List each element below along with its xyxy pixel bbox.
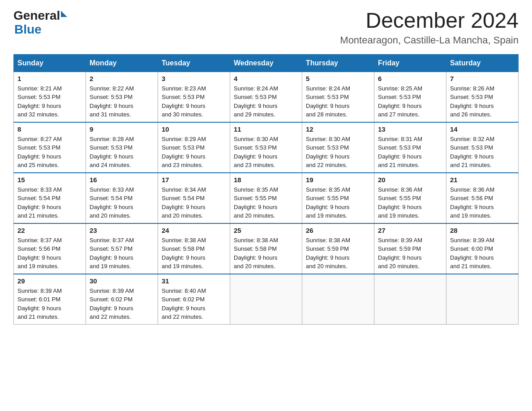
day-number: 22 — [17, 227, 82, 234]
day-number: 19 — [306, 176, 370, 184]
day-info: Sunrise: 8:31 AMSunset: 5:53 PMDaylight:… — [378, 135, 442, 170]
table-row: 14Sunrise: 8:32 AMSunset: 5:53 PMDayligh… — [446, 122, 519, 173]
day-number: 15 — [17, 176, 82, 184]
day-info: Sunrise: 8:27 AMSunset: 5:53 PMDaylight:… — [17, 135, 82, 170]
day-info: Sunrise: 8:33 AMSunset: 5:54 PMDaylight:… — [90, 185, 154, 220]
day-info: Sunrise: 8:35 AMSunset: 5:55 PMDaylight:… — [306, 185, 370, 220]
header-tuesday: Tuesday — [158, 54, 230, 72]
logo: General Blue — [13, 9, 67, 37]
day-info: Sunrise: 8:21 AMSunset: 5:53 PMDaylight:… — [17, 84, 82, 119]
day-number: 21 — [450, 176, 515, 184]
calendar-body: 1Sunrise: 8:21 AMSunset: 5:53 PMDaylight… — [14, 72, 519, 324]
header: General Blue December 2024 Montearagon, … — [13, 9, 519, 46]
calendar-week-row: 22Sunrise: 8:37 AMSunset: 5:56 PMDayligh… — [14, 223, 519, 274]
table-row: 20Sunrise: 8:36 AMSunset: 5:55 PMDayligh… — [374, 173, 446, 223]
day-number: 9 — [90, 125, 154, 133]
day-number: 31 — [162, 277, 226, 285]
day-number: 28 — [450, 227, 515, 234]
table-row — [230, 274, 302, 325]
calendar-week-row: 1Sunrise: 8:21 AMSunset: 5:53 PMDaylight… — [14, 72, 519, 122]
day-info: Sunrise: 8:36 AMSunset: 5:55 PMDaylight:… — [378, 185, 442, 220]
day-number: 30 — [90, 277, 154, 285]
day-number: 3 — [162, 75, 226, 82]
day-number: 26 — [306, 227, 370, 234]
table-row — [446, 274, 519, 325]
table-row: 31Sunrise: 8:40 AMSunset: 6:02 PMDayligh… — [158, 274, 230, 325]
calendar-week-row: 29Sunrise: 8:39 AMSunset: 6:01 PMDayligh… — [14, 274, 519, 325]
calendar-table: Sunday Monday Tuesday Wednesday Thursday… — [13, 54, 519, 325]
table-row: 4Sunrise: 8:24 AMSunset: 5:53 PMDaylight… — [230, 72, 302, 122]
table-row: 19Sunrise: 8:35 AMSunset: 5:55 PMDayligh… — [302, 173, 374, 223]
day-number: 11 — [234, 125, 298, 133]
header-monday: Monday — [86, 54, 158, 72]
table-row: 30Sunrise: 8:39 AMSunset: 6:02 PMDayligh… — [86, 274, 158, 325]
day-number: 23 — [90, 227, 154, 234]
day-number: 1 — [17, 75, 82, 82]
table-row: 24Sunrise: 8:38 AMSunset: 5:58 PMDayligh… — [158, 223, 230, 274]
day-info: Sunrise: 8:38 AMSunset: 5:58 PMDaylight:… — [162, 236, 226, 271]
day-info: Sunrise: 8:39 AMSunset: 6:00 PMDaylight:… — [450, 236, 515, 271]
table-row: 29Sunrise: 8:39 AMSunset: 6:01 PMDayligh… — [14, 274, 86, 325]
day-info: Sunrise: 8:39 AMSunset: 6:01 PMDaylight:… — [17, 287, 82, 321]
table-row — [302, 274, 374, 325]
day-number: 16 — [90, 176, 154, 184]
calendar-header: Sunday Monday Tuesday Wednesday Thursday… — [14, 54, 519, 72]
location-subtitle: Montearagon, Castille-La Mancha, Spain — [340, 34, 519, 46]
day-info: Sunrise: 8:30 AMSunset: 5:53 PMDaylight:… — [234, 135, 298, 170]
table-row: 17Sunrise: 8:34 AMSunset: 5:54 PMDayligh… — [158, 173, 230, 223]
day-number: 6 — [378, 75, 442, 82]
day-number: 18 — [234, 176, 298, 184]
day-info: Sunrise: 8:39 AMSunset: 5:59 PMDaylight:… — [378, 236, 442, 271]
day-info: Sunrise: 8:33 AMSunset: 5:54 PMDaylight:… — [17, 185, 82, 220]
day-info: Sunrise: 8:40 AMSunset: 6:02 PMDaylight:… — [162, 287, 226, 321]
table-row — [374, 274, 446, 325]
table-row: 28Sunrise: 8:39 AMSunset: 6:00 PMDayligh… — [446, 223, 519, 274]
table-row: 25Sunrise: 8:38 AMSunset: 5:58 PMDayligh… — [230, 223, 302, 274]
day-number: 7 — [450, 75, 515, 82]
table-row: 11Sunrise: 8:30 AMSunset: 5:53 PMDayligh… — [230, 122, 302, 173]
calendar-week-row: 15Sunrise: 8:33 AMSunset: 5:54 PMDayligh… — [14, 173, 519, 223]
table-row: 13Sunrise: 8:31 AMSunset: 5:53 PMDayligh… — [374, 122, 446, 173]
table-row: 26Sunrise: 8:38 AMSunset: 5:59 PMDayligh… — [302, 223, 374, 274]
day-number: 14 — [450, 125, 515, 133]
table-row: 16Sunrise: 8:33 AMSunset: 5:54 PMDayligh… — [86, 173, 158, 223]
day-number: 4 — [234, 75, 298, 82]
day-number: 29 — [17, 277, 82, 285]
day-number: 27 — [378, 227, 442, 234]
day-info: Sunrise: 8:37 AMSunset: 5:56 PMDaylight:… — [17, 236, 82, 271]
table-row: 5Sunrise: 8:24 AMSunset: 5:53 PMDaylight… — [302, 72, 374, 122]
table-row: 9Sunrise: 8:28 AMSunset: 5:53 PMDaylight… — [86, 122, 158, 173]
table-row: 22Sunrise: 8:37 AMSunset: 5:56 PMDayligh… — [14, 223, 86, 274]
table-row: 15Sunrise: 8:33 AMSunset: 5:54 PMDayligh… — [14, 173, 86, 223]
day-number: 25 — [234, 227, 298, 234]
table-row: 2Sunrise: 8:22 AMSunset: 5:53 PMDaylight… — [86, 72, 158, 122]
day-info: Sunrise: 8:38 AMSunset: 5:58 PMDaylight:… — [234, 236, 298, 271]
day-info: Sunrise: 8:32 AMSunset: 5:53 PMDaylight:… — [450, 135, 515, 170]
table-row: 10Sunrise: 8:29 AMSunset: 5:53 PMDayligh… — [158, 122, 230, 173]
day-info: Sunrise: 8:24 AMSunset: 5:53 PMDaylight:… — [234, 84, 298, 119]
table-row: 8Sunrise: 8:27 AMSunset: 5:53 PMDaylight… — [14, 122, 86, 173]
day-info: Sunrise: 8:36 AMSunset: 5:56 PMDaylight:… — [450, 185, 515, 220]
day-number: 24 — [162, 227, 226, 234]
table-row: 21Sunrise: 8:36 AMSunset: 5:56 PMDayligh… — [446, 173, 519, 223]
day-number: 10 — [162, 125, 226, 133]
header-wednesday: Wednesday — [230, 54, 302, 72]
day-number: 2 — [90, 75, 154, 82]
calendar-week-row: 8Sunrise: 8:27 AMSunset: 5:53 PMDaylight… — [14, 122, 519, 173]
day-info: Sunrise: 8:24 AMSunset: 5:53 PMDaylight:… — [306, 84, 370, 119]
header-thursday: Thursday — [302, 54, 374, 72]
header-friday: Friday — [374, 54, 446, 72]
table-row: 1Sunrise: 8:21 AMSunset: 5:53 PMDaylight… — [14, 72, 86, 122]
day-number: 17 — [162, 176, 226, 184]
header-sunday: Sunday — [14, 54, 86, 72]
day-info: Sunrise: 8:29 AMSunset: 5:53 PMDaylight:… — [162, 135, 226, 170]
day-info: Sunrise: 8:23 AMSunset: 5:53 PMDaylight:… — [162, 84, 226, 119]
title-area: December 2024 Montearagon, Castille-La M… — [340, 9, 519, 46]
day-info: Sunrise: 8:37 AMSunset: 5:57 PMDaylight:… — [90, 236, 154, 271]
day-info: Sunrise: 8:22 AMSunset: 5:53 PMDaylight:… — [90, 84, 154, 119]
day-info: Sunrise: 8:39 AMSunset: 6:02 PMDaylight:… — [90, 287, 154, 321]
day-info: Sunrise: 8:30 AMSunset: 5:53 PMDaylight:… — [306, 135, 370, 170]
table-row: 23Sunrise: 8:37 AMSunset: 5:57 PMDayligh… — [86, 223, 158, 274]
table-row: 12Sunrise: 8:30 AMSunset: 5:53 PMDayligh… — [302, 122, 374, 173]
month-year-title: December 2024 — [340, 9, 519, 33]
